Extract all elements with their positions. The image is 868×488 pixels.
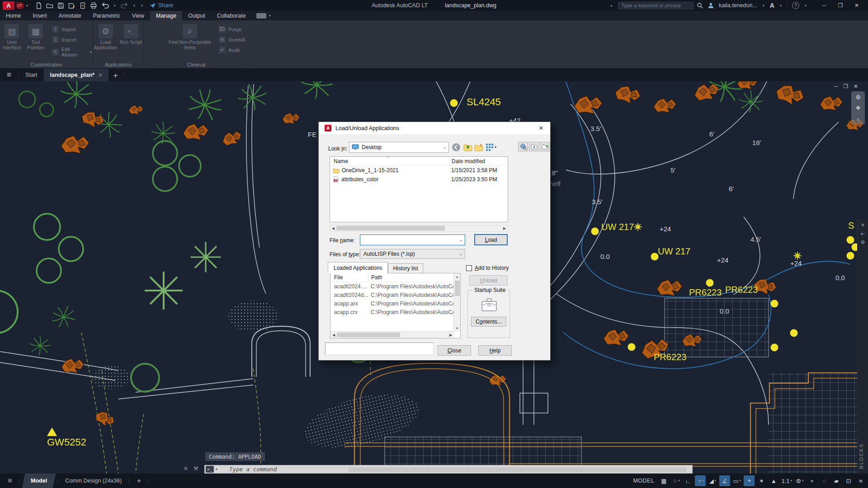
files-of-type-dropdown[interactable]: AutoLISP Files (*.lsp) ⌄ [360,249,465,259]
briefcase-icon[interactable] [481,298,498,312]
undo-button[interactable] [101,2,109,9]
scroll-up-icon[interactable]: ▲ [456,273,459,280]
command-recent-icon[interactable]: ▾ [216,467,217,471]
scrollbar-thumb[interactable] [337,333,400,337]
import-button[interactable]: ↧Import [52,26,93,33]
scrollbar-thumb[interactable] [455,281,460,296]
new-file-button[interactable] [35,2,42,9]
add-to-history-checkbox[interactable] [466,265,472,271]
file-list-header[interactable]: ⌃ Name Date modified [330,157,508,166]
close-dialog-button[interactable]: Close [438,345,471,356]
tab-history-list[interactable]: History list [388,263,423,273]
command-bar-grip[interactable] [349,467,687,472]
user-avatar-icon[interactable] [708,2,714,9]
user-interface-button[interactable]: ▤ User Interface [1,24,23,50]
navigation-bar[interactable]: ◍ ✥ ⌕ [851,91,865,125]
tab-home[interactable]: Home [0,11,27,20]
panel-title-cleanup[interactable]: Cleanup [144,62,249,67]
qat-customize-icon[interactable]: ▾ [141,4,143,8]
scrollbar-thumb[interactable] [336,226,445,230]
tab-annotate[interactable]: Annotate [53,11,87,20]
export-button[interactable]: ↥Export [52,36,93,43]
column-date-modified[interactable]: Date modified [449,157,508,165]
tab-manage[interactable]: Manage [150,11,182,20]
polar-tracking-button[interactable]: ◔▾ [695,475,706,486]
help-caret-icon[interactable]: ▾ [805,4,807,8]
contents-button[interactable]: Contents... [471,317,506,327]
blocks-palette-strip[interactable]: ✕ ⇤ ⚙ BLOCKS [857,220,868,474]
file-row-attributes-color[interactable]: LSP attributes_color 1/25/2023 3:50 PM [330,175,508,184]
dialog-close-icon[interactable]: ✕ [532,122,550,134]
steering-wheel-icon[interactable]: ◍ [856,94,860,100]
autodesk-caret-icon[interactable]: ▾ [780,4,782,8]
ortho-mode-button[interactable]: ∟ [683,475,693,486]
app-list-hscrollbar[interactable]: ◀▶ [330,331,454,338]
open-file-button[interactable] [46,2,53,9]
scroll-right-icon[interactable]: ▶ [501,226,508,230]
pan-icon[interactable]: ✥ [856,105,860,111]
command-bar[interactable]: >_ ▾ Type a command [204,465,693,474]
tab-insert[interactable]: Insert [27,11,52,20]
close-tab-icon[interactable]: ✕ [98,72,102,78]
object-snap-button[interactable]: ⌖ [744,475,755,486]
drawing-minimize-icon[interactable]: ─ [834,83,838,89]
back-button[interactable] [452,143,461,152]
redo-button[interactable] [121,2,128,9]
minimize-button[interactable]: ─ [816,0,832,10]
ribbon-display-toggle[interactable]: ▾ [256,11,272,20]
run-script-button[interactable]: >_ Run Script [120,24,142,45]
file-name-input[interactable]: ⌄ [360,235,465,245]
app-row[interactable]: acadlt2024d...C:\Program Files\Autodesk\… [330,291,460,299]
favorites-folder-button[interactable] [529,142,539,151]
tab-document[interactable]: landscape_plan*✕ [44,69,109,81]
customization-menu-button[interactable]: ≡ [855,475,866,486]
palette-autohide-icon[interactable]: ⇤ [858,231,868,237]
column-path[interactable]: Path [368,273,460,282]
palette-close-icon[interactable]: ✕ [858,222,868,228]
layout-tab-model[interactable]: Model [22,474,56,488]
up-one-level-button[interactable] [463,143,472,152]
scroll-down-icon[interactable]: ▼ [456,325,459,331]
save-button[interactable] [57,2,64,9]
purge-button[interactable]: ⌦Purge [219,26,245,33]
layout-tab-comm-design[interactable]: Comm Design (24x36) [58,474,129,488]
audit-button[interactable]: ✔Audit [219,47,245,53]
annotation-scale-button[interactable]: 1:1▾ [780,475,793,486]
app-row[interactable]: acadlt2024....C:\Program Files\Autodesk\… [330,282,460,291]
command-customize-icon[interactable]: ⚒ [193,465,198,472]
save-as-button[interactable] [68,2,75,9]
app-list-vscrollbar[interactable]: ▲▼ [453,273,460,331]
dialog-titlebar[interactable]: A Load/Unload Applications ✕ [319,122,550,134]
snap-overrides-button[interactable]: ✶ [756,475,767,486]
tab-output[interactable]: Output [182,11,211,20]
load-application-button[interactable]: ⚙ Load Application [94,24,117,50]
views-menu-button[interactable]: ▾ [486,143,496,151]
panel-title-customization[interactable]: Customization [0,62,93,67]
scroll-left-icon[interactable]: ◀ [330,226,336,230]
tab-view[interactable]: View [126,11,150,20]
help-icon[interactable]: ? [792,2,799,9]
autodesk-mark-icon[interactable]: A [770,2,774,9]
clean-screen-button[interactable]: ⊡ [843,475,854,486]
close-button[interactable]: ✕ [849,0,864,10]
tab-start[interactable]: Start [19,69,43,81]
new-folder-button[interactable] [474,143,483,152]
new-layout-button[interactable]: ＋ [130,476,148,486]
file-row-onedrive[interactable]: OneDrive_1_1-15-2021 1/15/2021 3:58 PM [330,166,508,175]
undo-caret-icon[interactable]: ▾ [114,4,116,8]
isolate-objects-button[interactable]: ◌ [819,475,830,486]
command-input[interactable]: Type a command [229,466,277,473]
unload-button[interactable]: Unload [469,275,508,286]
file-browser-list[interactable]: ⌃ Name Date modified OneDrive_1_1-15-202… [330,156,508,222]
user-name[interactable]: kaila.tenedori... [719,2,757,9]
drawing-restore-icon[interactable]: ❐ [843,83,848,89]
graphics-performance-button[interactable]: ▰ [831,475,842,486]
grid-display-button[interactable]: ▦ [658,475,669,486]
app-list-header[interactable]: File Path [330,273,460,282]
overkill-button[interactable]: ≣Overkill [219,36,245,43]
scroll-left-icon[interactable]: ◀ [330,333,337,337]
isometric-drafting-button[interactable]: ◢▾ [707,475,718,486]
load-button[interactable]: Load [474,234,508,245]
layout-menu-icon[interactable]: ≡ [0,477,20,485]
app-logo[interactable]: A LT ▾ [3,1,29,10]
